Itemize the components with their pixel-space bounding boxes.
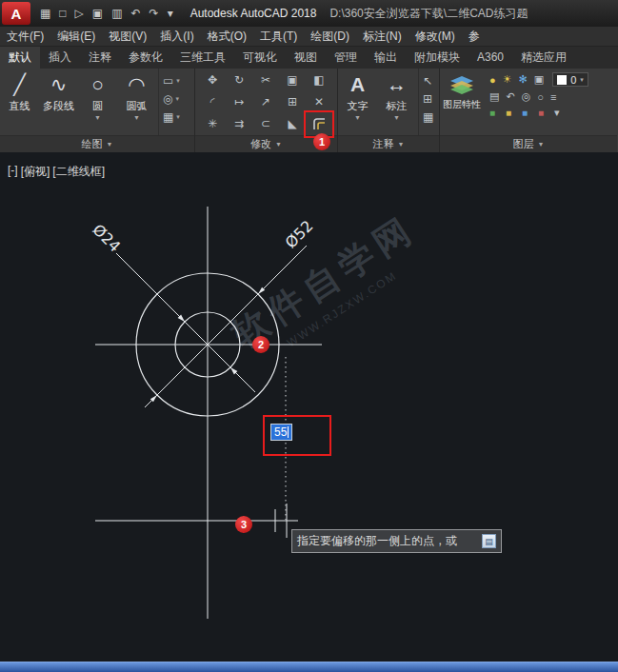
menu-edit[interactable]: 编辑(E) bbox=[50, 29, 102, 45]
hatch-icon[interactable]: ▦ bbox=[163, 110, 173, 124]
titlebar: A ▦ □ ▷ ▣ ▥ ↶ ↷ ▾ Autodesk AutoCAD 2018 … bbox=[0, 0, 618, 27]
erase-icon[interactable]: ✕ bbox=[308, 92, 330, 111]
line-button[interactable]: ╱ 直线 bbox=[0, 69, 39, 135]
panel-expand-icon: ▼ bbox=[275, 141, 282, 148]
tab-home[interactable]: 默认 bbox=[0, 47, 40, 69]
menu-draw[interactable]: 绘图(D) bbox=[304, 29, 356, 45]
draw-panel-title[interactable]: 绘图 ▼ bbox=[0, 135, 194, 152]
tab-insert[interactable]: 插入 bbox=[40, 47, 80, 69]
dynamic-input-options-icon[interactable]: ▤ bbox=[482, 534, 496, 548]
ellipse-dropdown-icon[interactable]: ▾ bbox=[175, 95, 179, 103]
layer-sun-icon[interactable]: ☀ bbox=[503, 73, 512, 86]
plot-icon[interactable]: ▥ bbox=[111, 0, 122, 27]
layer-isolate-icon[interactable]: ◎ bbox=[522, 90, 531, 103]
leader-icon[interactable]: ↖ bbox=[423, 74, 432, 88]
tab-3dtools[interactable]: 三维工具 bbox=[171, 47, 234, 69]
layer-tools-dropdown-icon[interactable]: ▾ bbox=[554, 107, 560, 119]
move-icon[interactable]: ✥ bbox=[201, 70, 224, 89]
autocad-window: A ▦ □ ▷ ▣ ▥ ↶ ↷ ▾ Autodesk AutoCAD 2018 … bbox=[0, 0, 618, 672]
rotate-icon[interactable]: ↻ bbox=[228, 70, 250, 89]
dim-text-inner[interactable]: Ø24 bbox=[90, 221, 125, 256]
layer-color-chip bbox=[557, 75, 567, 85]
workspace-icon[interactable]: ▦ bbox=[40, 0, 50, 27]
fillet-icon[interactable]: ◜ bbox=[201, 92, 224, 111]
scale-icon[interactable]: ↗ bbox=[254, 92, 277, 111]
line-icon: ╱ bbox=[13, 71, 26, 98]
tab-visualize[interactable]: 可视化 bbox=[234, 47, 286, 69]
circle-button[interactable]: ○ 圆 ▼ bbox=[78, 69, 117, 135]
menu-insert[interactable]: 插入(I) bbox=[153, 29, 200, 45]
layer-combo-arrow-icon: ▾ bbox=[580, 76, 584, 84]
tab-addins[interactable]: 附加模块 bbox=[406, 47, 468, 69]
polyline-button[interactable]: ∿ 多段线 bbox=[39, 69, 78, 135]
layer-swatch-icon[interactable]: ■ bbox=[538, 109, 548, 118]
undo-icon[interactable]: ↶ bbox=[131, 0, 141, 27]
redo-icon[interactable]: ↷ bbox=[150, 0, 159, 27]
save-file-icon[interactable]: ▣ bbox=[92, 0, 103, 27]
layer-list-icon[interactable]: ≡ bbox=[550, 91, 556, 103]
menu-parametric[interactable]: 参 bbox=[462, 29, 487, 45]
arc-dropdown-icon[interactable]: ▼ bbox=[133, 114, 140, 121]
trim-icon[interactable]: ✂ bbox=[254, 70, 277, 89]
layer-swatch-icon[interactable]: ■ bbox=[506, 109, 515, 118]
join-icon[interactable]: ⊂ bbox=[254, 114, 277, 133]
tab-annotate[interactable]: 注释 bbox=[80, 47, 120, 69]
dimension-button[interactable]: ↔ 标注 ▼ bbox=[377, 69, 416, 135]
tab-manage[interactable]: 管理 bbox=[326, 47, 366, 69]
chamfer-icon[interactable]: ◣ bbox=[281, 114, 304, 133]
menu-dimension[interactable]: 标注(N) bbox=[356, 29, 409, 45]
tab-a360[interactable]: A360 bbox=[468, 47, 512, 69]
text-button[interactable]: A 文字 ▼ bbox=[338, 69, 377, 135]
menu-file[interactable]: 文件(F) bbox=[0, 29, 50, 45]
stretch-icon[interactable]: ↦ bbox=[228, 92, 250, 111]
explode-icon[interactable]: ✳ bbox=[201, 114, 224, 133]
model-space-canvas[interactable]: [-] [俯视] [二维线框] 软件自学网 WWW.RJZXW.COM Ø24 bbox=[0, 152, 618, 662]
layer-previous-icon[interactable]: ↶ bbox=[506, 90, 514, 103]
tab-featured-apps[interactable]: 精选应用 bbox=[512, 47, 575, 69]
new-file-icon[interactable]: □ bbox=[59, 0, 66, 27]
copy-icon[interactable]: ▣ bbox=[281, 70, 304, 89]
layer-on-icon[interactable]: ● bbox=[489, 74, 496, 86]
open-file-icon[interactable]: ▷ bbox=[75, 0, 84, 27]
tab-view[interactable]: 视图 bbox=[286, 47, 326, 69]
layer-swatch-icon[interactable]: ■ bbox=[489, 109, 499, 118]
tab-output[interactable]: 输出 bbox=[366, 47, 406, 69]
layer-swatch-icon[interactable]: ■ bbox=[522, 109, 531, 118]
dynamic-input-field[interactable]: 55 bbox=[270, 424, 292, 441]
dim-text-outer[interactable]: Ø52 bbox=[282, 217, 317, 252]
table-icon[interactable]: ⊞ bbox=[423, 92, 432, 106]
window-title: Autodesk AutoCAD 2018 bbox=[190, 7, 317, 20]
text-style-icon[interactable]: ▦ bbox=[423, 110, 433, 124]
layer-properties-button[interactable]: 图层特性 bbox=[440, 69, 484, 135]
mirror-icon[interactable]: ◧ bbox=[308, 70, 330, 89]
extend-icon[interactable]: ⇉ bbox=[228, 114, 250, 133]
hatch-dropdown-icon[interactable]: ▾ bbox=[176, 113, 180, 121]
callout-badge-2: 2 bbox=[252, 336, 269, 353]
command-line-bar[interactable] bbox=[0, 662, 618, 672]
ellipse-icon[interactable]: ◎ bbox=[163, 92, 172, 106]
circle-dropdown-icon[interactable]: ▼ bbox=[94, 114, 101, 121]
layer-freeze-icon[interactable]: ✻ bbox=[519, 73, 528, 86]
dimension-dropdown-icon[interactable]: ▼ bbox=[393, 114, 400, 121]
text-dropdown-icon[interactable]: ▼ bbox=[354, 114, 361, 121]
menu-tools[interactable]: 工具(T) bbox=[253, 29, 304, 45]
rectangle-dropdown-icon[interactable]: ▾ bbox=[176, 77, 180, 85]
menu-modify[interactable]: 修改(M) bbox=[409, 29, 462, 45]
annotate-panel-title[interactable]: 注释 ▼ bbox=[338, 135, 439, 152]
annotate-extra-tools: ↖ ⊞ ▦ bbox=[418, 69, 435, 135]
qat-dropdown-icon[interactable]: ▾ bbox=[168, 0, 173, 27]
layer-off-icon[interactable]: ○ bbox=[537, 91, 544, 103]
menu-view[interactable]: 视图(V) bbox=[102, 29, 153, 45]
dim-line-outer[interactable] bbox=[145, 246, 307, 407]
tab-parametric[interactable]: 参数化 bbox=[120, 47, 171, 69]
layer-lock-icon[interactable]: ▣ bbox=[534, 73, 544, 86]
array-icon[interactable]: ⊞ bbox=[281, 92, 304, 111]
current-layer-combo[interactable]: 0 ▾ bbox=[552, 72, 588, 87]
callout-badge-3: 3 bbox=[235, 516, 252, 533]
match-layer-icon[interactable]: ▤ bbox=[489, 90, 499, 103]
rectangle-icon[interactable]: ▭ bbox=[163, 74, 173, 88]
arc-button[interactable]: ◠ 圆弧 ▼ bbox=[117, 69, 156, 135]
menu-format[interactable]: 格式(O) bbox=[201, 29, 253, 45]
layers-panel-title[interactable]: 图层 ▼ bbox=[440, 135, 617, 152]
autocad-logo-icon[interactable]: A bbox=[2, 2, 30, 25]
